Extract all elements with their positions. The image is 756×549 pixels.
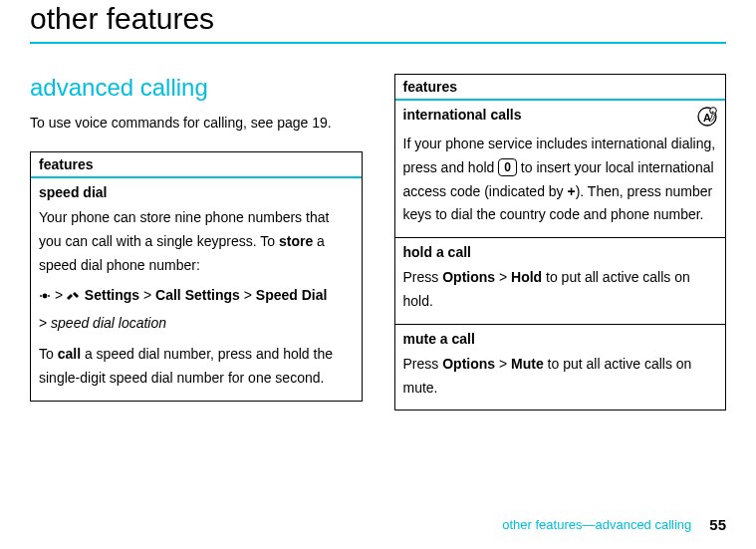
text-fragment: Press xyxy=(403,356,443,372)
svg-text:A: A xyxy=(703,112,711,124)
feature-speed-dial: speed dial Your phone can store nine pho… xyxy=(31,178,362,400)
page-title: other features xyxy=(30,2,726,36)
page-footer: other features—advanced calling 55 xyxy=(502,516,726,533)
nav-sep: > xyxy=(240,287,256,303)
nav-speed-dial: Speed Dial xyxy=(256,287,328,303)
section-heading: advanced calling xyxy=(30,74,363,102)
network-feature-icon: A + xyxy=(697,107,717,127)
svg-text:+: + xyxy=(711,109,715,115)
column-right: features international calls A + xyxy=(394,74,727,411)
nav-settings: Settings xyxy=(85,287,139,303)
feature-international-calls: international calls A + xyxy=(395,101,726,238)
nav-location: speed dial location xyxy=(51,315,166,331)
text-bold: call xyxy=(58,346,81,362)
text-bold: store xyxy=(279,233,313,249)
nav-sep: > xyxy=(51,287,67,303)
nav-sep: > xyxy=(139,287,155,303)
feature-hold-title: hold a call xyxy=(403,244,471,260)
feature-hold-call: hold a call Press Options > Hold to put … xyxy=(395,238,726,325)
nav-sep: > xyxy=(495,356,511,372)
nav-sep: > xyxy=(39,315,51,331)
intro-text: To use voice commands for calling, see p… xyxy=(30,112,363,134)
feature-speed-dial-title: speed dial xyxy=(39,184,107,200)
text-fragment: Press xyxy=(403,269,443,285)
text-bold: Hold xyxy=(511,269,542,285)
feature-mute-text: Press Options > Mute to put all active c… xyxy=(403,353,718,401)
feature-hold-text: Press Options > Hold to put all active c… xyxy=(403,266,718,314)
column-left: advanced calling To use voice commands f… xyxy=(30,74,363,411)
text-bold: Options xyxy=(442,356,495,372)
tools-icon xyxy=(67,284,81,311)
nav-call-settings: Call Settings xyxy=(155,287,240,303)
text-bold: + xyxy=(567,183,575,199)
features-box-right: features international calls A + xyxy=(394,74,727,411)
feature-intl-title: international calls xyxy=(403,107,522,123)
nav-path: > Settings > Call Settings > Speed Dial … xyxy=(39,282,354,337)
feature-speed-dial-text1: Your phone can store nine phone numbers … xyxy=(39,206,354,277)
text-bold: Options xyxy=(442,269,495,285)
footer-breadcrumb: other features—advanced calling xyxy=(502,517,691,532)
svg-point-1 xyxy=(40,295,42,297)
svg-point-2 xyxy=(48,295,50,297)
feature-speed-dial-text2: To call a speed dial number, press and h… xyxy=(39,343,354,391)
feature-mute-call: mute a call Press Options > Mute to put … xyxy=(395,325,726,411)
features-header-right: features xyxy=(395,75,726,101)
title-rule xyxy=(30,42,726,44)
features-box-left: features speed dial Your phone can store… xyxy=(30,151,363,401)
page-number: 55 xyxy=(709,516,726,533)
nav-sep: > xyxy=(495,269,511,285)
text-fragment: To xyxy=(39,346,58,362)
center-key-icon xyxy=(39,284,51,311)
text-fragment: a speed dial number, press and hold the … xyxy=(39,346,333,386)
page: other features advanced calling To use v… xyxy=(0,0,756,549)
text-bold: Mute xyxy=(511,356,544,372)
features-header-left: features xyxy=(31,152,362,178)
key-zero: 0 xyxy=(498,158,517,176)
feature-intl-text: If your phone service includes internati… xyxy=(403,133,718,227)
columns: advanced calling To use voice commands f… xyxy=(30,74,726,411)
svg-point-0 xyxy=(43,293,48,298)
feature-mute-title: mute a call xyxy=(403,331,475,347)
